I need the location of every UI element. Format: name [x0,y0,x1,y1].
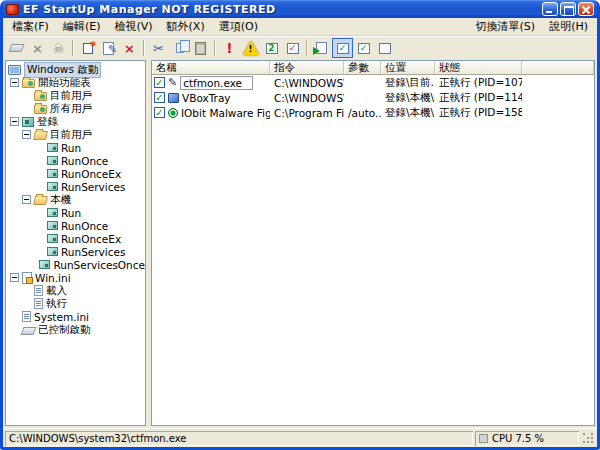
page-icon [22,311,31,322]
enabled-checkbox[interactable]: ✓ [154,107,165,118]
column-header-status[interactable]: 狀態 [435,61,522,74]
tree-item-runonceex[interactable]: RunOnceEx [8,167,145,180]
tree-item-current-user[interactable]: 目前用戶 [8,89,145,102]
regkey-icon [47,182,58,191]
tree-item-runservices[interactable]: RunServices [8,245,145,258]
collapse-expander[interactable] [22,195,31,204]
export-icon [316,42,327,54]
paste-icon [195,42,206,55]
paste-button[interactable] [190,38,211,58]
list-row-vboxtray[interactable]: ✓ VBoxTray C:\WINDOWS\s... 登錄\本機\... 正執行… [152,90,594,105]
tree-item-runonceex[interactable]: RunOnceEx [8,232,145,245]
skull-icon: ☠ [53,42,65,55]
collapse-expander[interactable] [10,78,19,87]
toolbar-separator [306,40,308,56]
cut-button[interactable]: ✂ [148,38,169,58]
open-folder-icon [33,131,48,140]
tree-item-run[interactable]: Run [8,141,145,154]
tree-item-registry-current-user[interactable]: 目前用戶 [8,128,145,141]
list-header: 名稱 指令 參數 位置 狀態 [152,61,594,75]
view-enabled-button[interactable]: ✓ [332,38,353,58]
tree-item-windows-startup[interactable]: Windows 啟動 [8,63,145,76]
interval-button[interactable]: 2 [261,38,282,58]
menu-edit[interactable]: 編輯(E) [56,18,108,35]
tree-item-run-ini[interactable]: 執行 [8,297,145,310]
tree-item-local-machine[interactable]: 本機 [8,193,145,206]
menu-view[interactable]: 檢視(V) [107,18,159,35]
tree-item-start-menu[interactable]: 開始功能表 [8,76,145,89]
tree-item-runservices[interactable]: RunServices [8,180,145,193]
regkey-icon [47,221,58,230]
tree-item-runservicesonce[interactable]: RunServicesOnce [8,258,145,271]
view-all-button[interactable] [374,38,395,58]
computer-icon [8,65,21,75]
command-cell: C:\Program File... [270,107,344,119]
startup-list: 名稱 指令 參數 位置 狀態 ✓ ✎ ctfmon.exe C:\WINDOWS… [151,60,595,426]
edit-entry-button[interactable]: ✎ [98,38,119,58]
menu-options[interactable]: 選項(O) [212,18,265,35]
gray-folder-icon [20,327,36,335]
collapse-expander[interactable] [10,273,19,282]
minimize-button[interactable] [542,2,558,16]
command-cell: C:\WINDOWS\s... [270,92,344,104]
disable-entry-button[interactable]: × [27,38,48,58]
red-check-icon: ✓ [287,43,299,54]
collapse-expander[interactable] [10,117,19,126]
tree-item-system-ini[interactable]: System.ini [8,310,145,323]
menu-file[interactable]: 檔案(F) [5,18,56,35]
confirm-button[interactable]: ✓ [282,38,303,58]
tree-item-load[interactable]: 載入 [8,284,145,297]
delete-x-icon: × [124,42,135,55]
tree-item-run[interactable]: Run [8,206,145,219]
ini-file-icon [22,272,32,284]
list-row-ctfmon[interactable]: ✓ ✎ ctfmon.exe C:\WINDOWS\s... 登錄\目前... … [152,75,594,90]
toolbar-separator [214,40,216,56]
page-icon [34,285,43,296]
new-entry-button[interactable]: * [77,38,98,58]
column-header-command[interactable]: 指令 [270,61,344,74]
status-bar: C:\WINDOWS\system32\ctfmon.exe CPU 7.5 % [3,428,597,447]
regkey-icon [39,260,50,269]
menu-extras[interactable]: 額外(X) [160,18,212,35]
regkey-icon [47,247,58,256]
alert-button[interactable]: ! [219,38,240,58]
location-cell: 登錄\本機\... [381,91,435,105]
list-row-iobit[interactable]: ✓ IObit Malware Fighter C:\Program File.… [152,105,594,120]
run-entry-button[interactable] [6,38,27,58]
title-bar[interactable]: EF StartUp Manager NOT REGISTERED [3,0,597,18]
view-enabled-sub-button[interactable]: ✓ [353,38,374,58]
copy-icon [176,43,184,53]
menu-help[interactable]: 說明(H) [542,18,595,35]
registry-icon [22,117,34,127]
cpu-meter-icon [479,434,488,443]
main-area: Windows 啟動 開始功能表 目前用戶 所有用戶 登錄 目前用戶 Run R… [3,59,597,428]
column-header-params[interactable]: 參數 [344,61,381,74]
column-header-name[interactable]: 名稱 [152,61,270,74]
enabled-checkbox[interactable]: ✓ [154,77,165,88]
menu-switch-list[interactable]: 切換清單(S) [469,18,543,35]
toolbar-separator [143,40,145,56]
app-window: EF StartUp Manager NOT REGISTERED 檔案(F) … [0,0,600,450]
tree-item-controlled-startup[interactable]: 已控制啟動 [8,323,145,336]
tree-item-win-ini[interactable]: Win.ini [8,271,145,284]
export-report-button[interactable] [311,38,332,58]
kill-process-button[interactable]: ☠ [48,38,69,58]
new-entry-icon: * [83,43,93,54]
tree-item-runonce[interactable]: RunOnce [8,219,145,232]
resize-grip[interactable] [581,431,595,446]
folder-icon [22,79,35,88]
warning-button[interactable]: ! [240,38,261,58]
entry-name-editbox[interactable]: ctfmon.exe [180,76,253,90]
enabled-checkbox[interactable]: ✓ [154,92,165,103]
collapse-expander[interactable] [22,130,31,139]
tree-item-runonce[interactable]: RunOnce [8,154,145,167]
tree-item-all-users[interactable]: 所有用戶 [8,102,145,115]
close-button[interactable] [578,2,594,16]
entry-name: IObit Malware Fighter [181,107,270,119]
delete-entry-button[interactable]: × [119,38,140,58]
copy-button[interactable] [169,38,190,58]
maximize-button[interactable] [560,2,576,16]
tree-item-registry[interactable]: 登錄 [8,115,145,128]
disable-x-icon: × [32,42,43,55]
column-header-location[interactable]: 位置 [381,61,435,74]
